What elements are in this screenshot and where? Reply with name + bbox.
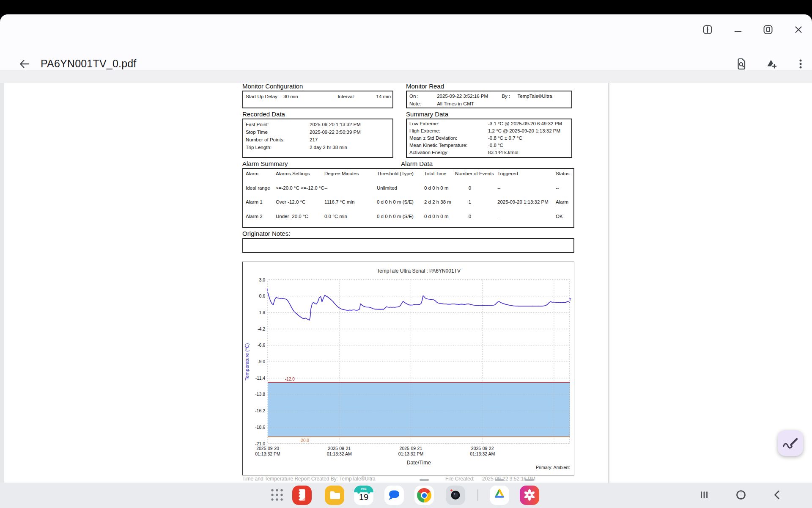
running-indicator-chrome (420, 479, 429, 481)
recorded-data-box: First Point:2025-09-20 1:13:32 PM Stop T… (242, 119, 393, 158)
field-value: -0.8 °C (488, 143, 503, 148)
back-nav-button[interactable] (771, 489, 784, 502)
originator-notes-title: Originator Notes: (242, 230, 290, 237)
svg-text:-1.8: -1.8 (258, 310, 265, 315)
svg-text:2025-09-21: 2025-09-21 (400, 446, 422, 451)
taskbar (0, 483, 812, 508)
column-header: Status (556, 170, 573, 185)
svg-text:-21.0: -21.0 (255, 441, 265, 446)
annotate-fab[interactable] (778, 430, 803, 456)
field-value: -0.8 °C ± 0.7 °C (488, 135, 522, 141)
svg-text:T: T (266, 287, 269, 292)
taskbar-separator (477, 489, 478, 501)
field-label: Note: (409, 100, 436, 108)
status-bar (0, 0, 812, 14)
table-cell: Under -20.0 °C (276, 213, 324, 227)
close-icon (792, 23, 805, 37)
svg-text:Primary: Ambient: Primary: Ambient (536, 465, 570, 470)
minimize-button[interactable] (732, 24, 744, 36)
field-label: On : (409, 92, 436, 100)
chat-bubble-icon (384, 486, 404, 505)
my-files-app[interactable] (325, 486, 344, 505)
summary-data-title: Summary Data (406, 110, 448, 118)
table-cell: 1 (455, 199, 497, 213)
page-left-edge (0, 83, 4, 508)
home-button[interactable] (735, 489, 747, 502)
field-label: Low Extreme: (409, 120, 488, 127)
svg-text:2025-09-20: 2025-09-20 (256, 446, 279, 451)
calendar-app[interactable]: VIE 19 (354, 486, 373, 505)
recorded-data-title: Recorded Data (242, 110, 285, 118)
svg-text:-16.2: -16.2 (255, 408, 265, 413)
recents-icon (698, 489, 710, 502)
messages-app[interactable] (384, 486, 404, 505)
chrome-app[interactable] (414, 486, 434, 505)
app-grid-icon (269, 487, 285, 504)
svg-text:2025-09-22: 2025-09-22 (471, 446, 494, 451)
svg-text:-6.6: -6.6 (258, 342, 265, 348)
table-cell: 0 d 0 h 0 m (S/E) (377, 199, 424, 213)
svg-text:-9.0: -9.0 (258, 359, 265, 364)
alarm-table: Alarm Alarms Settings Degree Minutes Thr… (242, 168, 574, 228)
monitor-configuration-box: Start Up Delay: 30 min Interval: 14 min (242, 91, 393, 108)
popup-view-icon (762, 23, 774, 37)
field-label: Stop Time (246, 128, 310, 136)
recents-button[interactable] (698, 489, 710, 502)
google-drive-app[interactable] (490, 486, 509, 505)
originator-notes-box (242, 238, 574, 253)
minimize-icon (732, 23, 744, 37)
svg-text:01:13:32 PM: 01:13:32 PM (398, 451, 424, 456)
camera-app[interactable] (446, 486, 465, 505)
split-screen-button[interactable] (701, 24, 714, 36)
field-value: 83.144 kJ/mol (488, 150, 518, 155)
table-cell: Over -12.0 °C (276, 199, 324, 213)
field-value: 2025-09-20 1:13:32 PM (310, 122, 361, 127)
close-button[interactable] (792, 24, 805, 36)
field-value: 217 (310, 137, 318, 142)
svg-text:-11.4: -11.4 (255, 375, 265, 381)
page-right-edge (608, 83, 609, 508)
table-cell: -- (497, 213, 556, 227)
field-value: TempTale®Ultra (518, 92, 552, 100)
svg-text:Temperature (°C): Temperature (°C) (244, 343, 250, 380)
viewer-gap (0, 70, 812, 83)
table-cell: Unlimited (377, 185, 424, 199)
table-cell: 0 d 0 h 0 m (424, 213, 455, 227)
table-cell: 2025-09-20 1:13:32 PM (497, 199, 556, 213)
field-label: Activation Energy: (409, 149, 488, 156)
svg-text:-20.0: -20.0 (299, 438, 309, 443)
alarm-summary-title: Alarm Summary (242, 160, 288, 167)
file-created-label: File Created: (445, 476, 475, 482)
field-value: 2 day 2 hr 38 min (310, 145, 347, 150)
app-drawer-button[interactable] (267, 486, 287, 505)
column-header: Total Time (424, 170, 455, 185)
screen: PA6YN001TV_0.pdf Monitor Config (0, 0, 812, 508)
home-circle-icon (735, 489, 747, 502)
field-label: Mean Kinetic Temperature: (409, 142, 488, 149)
popup-view-button[interactable] (762, 24, 774, 36)
calendar-day-abbr: VIE (354, 487, 373, 491)
gallery-app[interactable] (520, 486, 539, 505)
flower-icon (520, 486, 539, 505)
temperature-chart: 3.00.6-1.8-4.2-6.6-9.0-11.4-13.8-16.2-18… (242, 262, 574, 475)
monitor-read-title: Monitor Read (406, 83, 444, 90)
monitor-configuration-title: Monitor Configuration (242, 83, 303, 90)
samsung-notes-app[interactable] (292, 486, 312, 505)
column-header: Triggered (497, 170, 556, 185)
summary-data-box: Low Extreme:-3.1 °C @ 2025-09-20 6:49:32… (406, 119, 572, 158)
svg-text:T: T (569, 297, 571, 301)
table-cell: 0.0 °C min (324, 213, 377, 227)
column-header: Number of Events (455, 170, 497, 185)
table-cell: -- (324, 185, 377, 199)
monitor-read-box: On : 2025-09-22 3:52:16 PM By : TempTale… (406, 91, 572, 108)
field-value: 14 min (376, 93, 391, 100)
svg-text:01:13:32 AM: 01:13:32 AM (327, 451, 352, 456)
table-cell: Alarm 2 (246, 213, 276, 227)
pen-scribble-icon (778, 430, 803, 456)
table-cell: 2 d 2 h 38 m (424, 199, 455, 213)
table-cell: Alarm 1 (246, 199, 276, 213)
field-label: First Point: (246, 121, 310, 128)
field-value: 30 min (283, 93, 336, 100)
field-value: 2025-09-22 3:52:16 PM (437, 92, 500, 100)
svg-text:-12.0: -12.0 (285, 377, 295, 381)
